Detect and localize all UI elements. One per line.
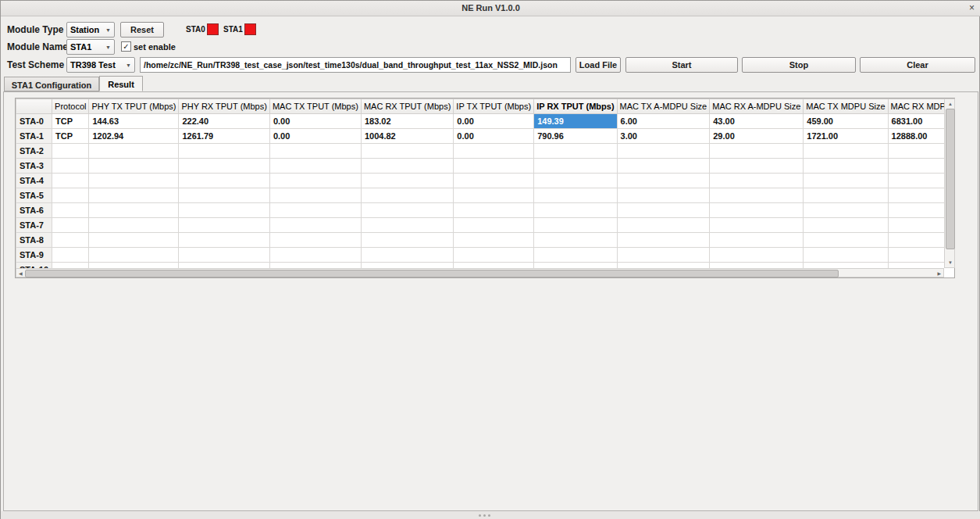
- table-cell[interactable]: 459.00: [804, 114, 888, 129]
- table-cell[interactable]: [269, 248, 361, 263]
- table-cell[interactable]: TCP: [52, 114, 89, 129]
- table-cell[interactable]: [710, 263, 804, 269]
- table-cell[interactable]: [454, 233, 534, 248]
- table-cell[interactable]: [804, 188, 888, 203]
- table-cell[interactable]: 790.96: [534, 129, 617, 144]
- table-cell[interactable]: 29.00: [710, 129, 804, 144]
- column-header[interactable]: PHY TX TPUT (Mbps): [89, 99, 179, 114]
- scroll-left-icon[interactable]: ◀: [19, 271, 23, 276]
- table-cell[interactable]: [52, 159, 89, 174]
- table-cell[interactable]: [534, 233, 617, 248]
- table-cell[interactable]: [710, 218, 804, 233]
- table-cell[interactable]: [52, 263, 89, 269]
- load-file-button[interactable]: Load File: [576, 57, 621, 73]
- table-cell[interactable]: [534, 248, 617, 263]
- column-header[interactable]: MAC TX MDPU Size: [804, 99, 888, 114]
- table-cell[interactable]: [888, 218, 944, 233]
- module-name-select[interactable]: STA1▼: [66, 39, 115, 55]
- table-cell[interactable]: [89, 203, 179, 218]
- start-button[interactable]: Start: [625, 57, 738, 73]
- row-header[interactable]: STA-5: [16, 188, 52, 203]
- table-cell[interactable]: [617, 263, 710, 269]
- row-header[interactable]: STA-2: [16, 144, 52, 159]
- column-header[interactable]: MAC TX A-MDPU Size: [617, 99, 710, 114]
- table-cell[interactable]: [534, 263, 617, 269]
- table-cell[interactable]: [52, 144, 89, 159]
- corner-header[interactable]: [16, 99, 52, 114]
- table-cell[interactable]: [361, 188, 453, 203]
- table-cell[interactable]: [804, 248, 888, 263]
- table-cell[interactable]: [534, 144, 617, 159]
- table-cell[interactable]: 1721.00: [804, 129, 888, 144]
- table-cell[interactable]: 0.00: [454, 129, 534, 144]
- table-cell[interactable]: [179, 144, 269, 159]
- row-header[interactable]: STA-4: [16, 174, 52, 188]
- table-cell[interactable]: [179, 263, 269, 269]
- splitter-handle[interactable]: [479, 514, 502, 517]
- row-header[interactable]: STA-10: [16, 263, 52, 269]
- table-cell[interactable]: [888, 203, 944, 218]
- table-cell[interactable]: [454, 248, 534, 263]
- table-vscroll-thumb[interactable]: [946, 109, 955, 249]
- table-cell[interactable]: 0.00: [454, 114, 534, 129]
- table-cell[interactable]: [52, 203, 89, 218]
- table-cell[interactable]: [710, 144, 804, 159]
- table-cell[interactable]: [361, 174, 453, 188]
- column-header[interactable]: MAC TX TPUT (Mbps): [269, 99, 361, 114]
- table-cell[interactable]: [454, 174, 534, 188]
- scroll-right-icon[interactable]: ▶: [937, 271, 941, 276]
- table-cell[interactable]: [888, 144, 944, 159]
- table-cell[interactable]: [89, 174, 179, 188]
- table-cell[interactable]: [361, 203, 453, 218]
- table-cell[interactable]: [888, 263, 944, 269]
- row-header[interactable]: STA-9: [16, 248, 52, 263]
- table-cell[interactable]: [454, 263, 534, 269]
- table-cell[interactable]: 12888.00: [888, 129, 944, 144]
- table-vertical-scrollbar[interactable]: ▲ ▼: [944, 98, 955, 268]
- table-cell[interactable]: [888, 174, 944, 188]
- table-cell[interactable]: [269, 218, 361, 233]
- table-horizontal-scrollbar[interactable]: ◀ ▶: [16, 268, 944, 277]
- row-header[interactable]: STA-0: [16, 114, 52, 129]
- table-cell[interactable]: 1261.79: [179, 129, 269, 144]
- table-cell[interactable]: [52, 174, 89, 188]
- table-cell[interactable]: 183.02: [361, 114, 453, 129]
- row-header[interactable]: STA-8: [16, 233, 52, 248]
- table-cell[interactable]: [617, 159, 710, 174]
- table-cell[interactable]: [454, 203, 534, 218]
- table-cell[interactable]: [617, 203, 710, 218]
- table-cell[interactable]: [534, 203, 617, 218]
- table-cell[interactable]: [361, 248, 453, 263]
- table-cell[interactable]: [89, 218, 179, 233]
- table-cell[interactable]: [179, 159, 269, 174]
- table-cell[interactable]: [617, 188, 710, 203]
- table-cell[interactable]: 0.00: [269, 129, 361, 144]
- table-cell[interactable]: [269, 144, 361, 159]
- table-cell[interactable]: [89, 248, 179, 263]
- table-cell[interactable]: [89, 159, 179, 174]
- column-header[interactable]: Protocol: [52, 99, 89, 114]
- table-cell[interactable]: [534, 218, 617, 233]
- table-cell[interactable]: [269, 203, 361, 218]
- table-cell[interactable]: [534, 188, 617, 203]
- table-cell[interactable]: [534, 174, 617, 188]
- window-close-icon[interactable]: ×: [969, 1, 975, 16]
- column-header[interactable]: MAC RX MDPU Size: [888, 99, 944, 114]
- table-cell[interactable]: TCP: [52, 129, 89, 144]
- tab-sta1-configuration[interactable]: STA1 Configuration: [4, 77, 99, 91]
- table-cell[interactable]: [804, 203, 888, 218]
- table-cell[interactable]: [710, 233, 804, 248]
- table-cell[interactable]: [361, 218, 453, 233]
- table-cell[interactable]: 3.00: [617, 129, 710, 144]
- scroll-down-icon[interactable]: ▼: [948, 260, 953, 265]
- table-cell[interactable]: [804, 159, 888, 174]
- table-cell[interactable]: 144.63: [89, 114, 179, 129]
- table-cell[interactable]: [804, 144, 888, 159]
- column-header[interactable]: MAC RX A-MDPU Size: [710, 99, 804, 114]
- table-cell[interactable]: [888, 248, 944, 263]
- table-cell[interactable]: [617, 218, 710, 233]
- table-cell[interactable]: [269, 263, 361, 269]
- table-cell[interactable]: 6831.00: [888, 114, 944, 129]
- row-header[interactable]: STA-1: [16, 129, 52, 144]
- table-cell[interactable]: [454, 144, 534, 159]
